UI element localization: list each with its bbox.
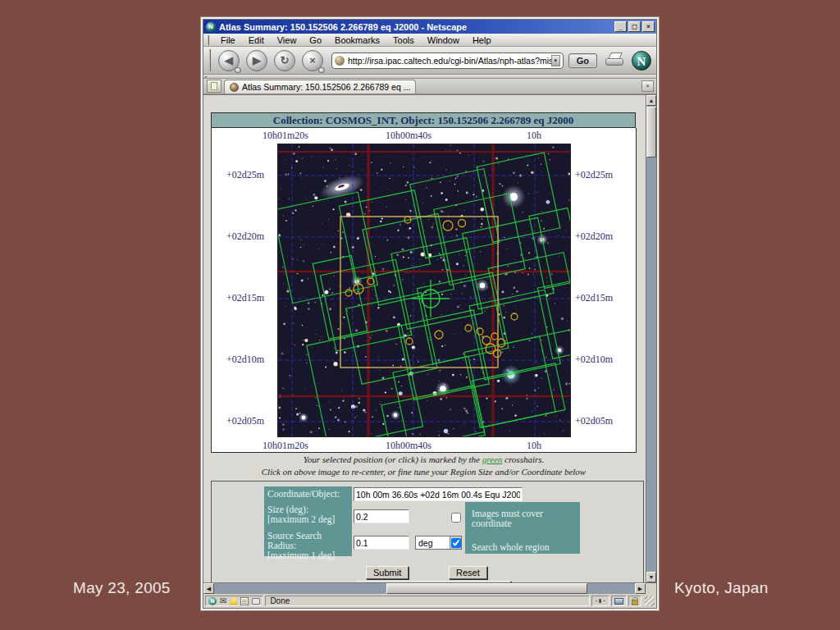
submit-button[interactable]: Submit xyxy=(366,566,409,579)
axis-label: +02d25m xyxy=(575,169,613,181)
menu-edit[interactable]: Edit xyxy=(243,34,270,46)
menu-tools[interactable]: Tools xyxy=(387,34,420,46)
size-label-text: Size (deg): xyxy=(267,504,308,514)
url-dropdown-icon[interactable]: ▼ xyxy=(551,55,560,66)
reload-button[interactable]: ↻ xyxy=(274,50,295,71)
netscape-window: N Atlas Summary: 150.152506 2.266789 eq … xyxy=(203,19,657,609)
resize-grip[interactable] xyxy=(645,596,655,606)
forward-button[interactable]: ▶ xyxy=(246,50,267,71)
axis-label: 10h xyxy=(527,440,541,452)
horizontal-scroll-thumb[interactable] xyxy=(386,583,587,594)
menu-file[interactable]: File xyxy=(215,34,241,46)
size-input[interactable] xyxy=(354,509,409,523)
back-to-front-page-button[interactable]: Back to COSMOS_INT Front Page xyxy=(357,581,511,582)
slide-date: May 23, 2005 xyxy=(73,579,171,597)
menu-window[interactable]: Window xyxy=(422,34,465,46)
radius-unit-value: deg xyxy=(416,538,450,548)
coordinate-label: Coordinate/Object: xyxy=(267,489,349,499)
stripe-grippy[interactable]: ▸ xyxy=(205,75,212,78)
print-button[interactable] xyxy=(604,52,625,69)
url-bar[interactable]: http://irsa.ipac.caltech.edu/cgi-bin/Atl… xyxy=(331,52,564,69)
sky-image-panel: 10h01m20s 10h00m40s 10h +02d25m +02d20m … xyxy=(211,128,637,453)
title-bar[interactable]: N Atlas Summary: 150.152506 2.266789 eq … xyxy=(203,20,656,34)
stop-icon: × xyxy=(309,54,316,66)
axis-label: +02d10m xyxy=(226,354,264,366)
caption-text: Your selected position (or click) is mar… xyxy=(304,454,482,464)
security-cell[interactable] xyxy=(628,596,641,606)
reset-button[interactable]: Reset xyxy=(449,566,487,579)
toolbar-grippy[interactable] xyxy=(208,35,211,45)
horizontal-scroll-track[interactable] xyxy=(587,583,635,594)
caption-text: crosshairs. xyxy=(502,454,544,464)
checkbox-label-block: Images must cover coordinate Search whol… xyxy=(465,502,580,554)
axis-label: +02d20m xyxy=(226,231,264,243)
horizontal-scrollbar[interactable]: ◀ ▶ xyxy=(203,582,656,594)
forward-icon: ▶ xyxy=(253,54,261,66)
back-dropdown-icon[interactable] xyxy=(235,67,241,73)
axis-label: +02d10m xyxy=(575,354,613,366)
green-crosshair-link[interactable]: green xyxy=(482,454,503,464)
axis-label: 10h01m20s xyxy=(262,130,308,142)
composer-icon[interactable] xyxy=(240,597,249,605)
go-button[interactable]: Go xyxy=(568,53,597,68)
status-message: Done xyxy=(265,596,589,606)
navigation-toolbar: ◀ ▶ ↻ × http://irsa.ipac.caltech.edu/cgi… xyxy=(203,47,656,75)
instant-messenger-icon[interactable] xyxy=(230,597,237,605)
axis-label: +02d05m xyxy=(226,415,264,427)
cosmos-sky-image[interactable] xyxy=(277,144,571,437)
menu-help[interactable]: Help xyxy=(467,34,497,46)
url-text[interactable]: http://irsa.ipac.caltech.edu/cgi-bin/Atl… xyxy=(348,56,551,66)
browser-screenshot: N Atlas Summary: 150.152506 2.266789 eq … xyxy=(201,17,659,610)
search-form-panel: Coordinate/Object: Size (deg): [maximum … xyxy=(211,481,644,582)
axis-label: 10h00m40s xyxy=(386,130,431,142)
slide-location: Kyoto, Japan xyxy=(674,579,769,597)
address-book-icon[interactable] xyxy=(252,598,260,605)
connection-cell: -▮- xyxy=(591,596,609,606)
scroll-up-icon[interactable]: ▲ xyxy=(646,95,656,106)
axis-label: +02d25m xyxy=(226,169,264,181)
component-bar: N ✉ xyxy=(205,596,263,606)
coordinate-input[interactable] xyxy=(354,487,523,501)
search-whole-checkbox[interactable] xyxy=(451,538,461,548)
tab-atlas-summary[interactable]: Atlas Summary: 150.152506 2.266789 eq ..… xyxy=(224,80,416,94)
minimize-button[interactable]: _ xyxy=(614,21,627,32)
nav-toolbar-grippy[interactable] xyxy=(209,49,212,71)
form-label-column: Coordinate/Object: Size (deg): [maximum … xyxy=(264,486,352,556)
collection-banner: Collection: COSMOS_INT, Object: 150.1525… xyxy=(211,112,636,128)
atlas-summary-page: Collection: COSMOS_INT, Object: 150.1525… xyxy=(203,95,646,582)
vertical-scrollbar[interactable]: ▲ ▼ xyxy=(646,95,656,582)
scroll-down-icon[interactable]: ▼ xyxy=(646,572,656,582)
maximize-button[interactable]: □ xyxy=(628,21,641,32)
stop-button[interactable]: × xyxy=(302,50,323,71)
menu-bookmarks[interactable]: Bookmarks xyxy=(329,34,386,46)
close-tab-button[interactable]: × xyxy=(641,80,654,92)
radius-label-text: Source Search Radius: xyxy=(267,531,322,550)
plugin-icon: -▮- xyxy=(595,597,606,605)
new-tab-button[interactable] xyxy=(207,80,221,93)
menu-view[interactable]: View xyxy=(272,34,303,46)
reload-icon: ↻ xyxy=(281,54,290,66)
radius-input[interactable] xyxy=(354,536,409,550)
radius-label: Source Search Radius: [maximum 1 deg] xyxy=(267,531,349,560)
printer-icon xyxy=(605,58,623,66)
back-button[interactable]: ◀ xyxy=(218,50,240,71)
navigator-icon[interactable]: N xyxy=(208,597,217,605)
site-globe-icon xyxy=(335,56,345,66)
presentation-slide: May 23, 2005 Kyoto, Japan N Atlas Summar… xyxy=(0,0,840,630)
axis-label: +02d05m xyxy=(575,415,613,427)
mail-icon[interactable]: ✉ xyxy=(220,597,226,605)
stop-dropdown-icon[interactable] xyxy=(318,67,325,73)
close-button[interactable]: × xyxy=(642,21,655,32)
scroll-left-icon[interactable]: ◀ xyxy=(203,583,214,594)
scroll-right-icon[interactable]: ▶ xyxy=(635,583,646,594)
status-bar: N ✉ Done -▮- xyxy=(203,594,656,608)
online-cell[interactable] xyxy=(611,596,627,606)
images-cover-checkbox[interactable] xyxy=(451,513,461,523)
unlocked-padlock-icon xyxy=(632,600,638,605)
vertical-scroll-track[interactable] xyxy=(646,158,656,572)
vertical-scroll-thumb[interactable] xyxy=(646,107,656,158)
axis-label: 10h xyxy=(527,130,541,142)
menu-go[interactable]: Go xyxy=(304,34,327,46)
netscape-throbber-logo[interactable]: N xyxy=(632,51,651,71)
images-cover-label: Images must cover coordinate xyxy=(472,509,580,528)
